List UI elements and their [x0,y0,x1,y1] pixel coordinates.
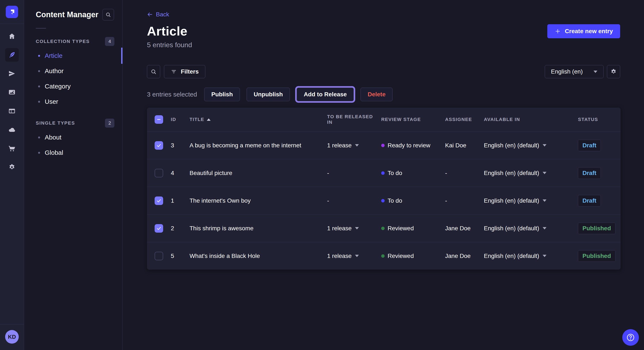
row-review-stage: Ready to review [381,142,445,149]
row-status-cell: Draft [578,140,620,151]
stage-label: To do [388,197,402,204]
locale-label: English (en) (default) [484,170,539,176]
chevron-down-icon [355,227,359,229]
row-checkbox[interactable] [154,169,163,177]
row-checkbox[interactable] [154,224,163,233]
sidebar-divider [36,28,46,28]
column-header-review-stage[interactable]: REVIEW STAGE [381,117,445,122]
filter-icon [170,68,177,75]
bullet-icon [38,70,40,72]
column-header-to-be-released-in[interactable]: TO BE RELEASED IN [322,114,381,125]
chevron-down-icon [355,255,359,257]
select-all-checkbox[interactable] [154,115,163,124]
row-release-cell: 1 release [322,142,381,149]
table-row[interactable]: 3A bug is becoming a meme on the interne… [147,131,620,159]
settings-gear-icon [8,164,16,171]
create-new-entry-button[interactable]: Create new entry [547,24,620,38]
row-assignee: Jane Doe [445,225,484,232]
entries-count: 5 entries found [147,41,620,49]
stage-dot-icon [381,199,384,202]
publish-button[interactable]: Publish [204,88,240,101]
row-status-cell: Published [578,223,620,234]
release-dropdown[interactable]: 1 release [327,253,359,259]
row-checkbox[interactable] [154,196,163,205]
toolbar: Filters English (en) [147,65,620,78]
locale-dropdown[interactable]: English (en) (default) [484,170,546,176]
release-label: - [327,170,329,176]
back-link[interactable]: Back [147,11,169,18]
chevron-down-icon [543,227,546,229]
content-manager-feather-icon [8,51,16,58]
table-row[interactable]: 4Beautiful picture-To do-English (en) (d… [147,159,620,187]
column-header-assignee[interactable]: ASSIGNEE [445,117,484,122]
list-search-button[interactable] [147,65,160,78]
filters-button[interactable]: Filters [164,65,205,78]
media-library-images-nav-button[interactable] [5,85,19,99]
cloud-nav-button[interactable] [5,123,19,137]
column-header-status[interactable]: STATUS [578,117,620,122]
locale-dropdown[interactable]: English (en) (default) [484,253,546,259]
home-nav-button[interactable] [5,29,19,43]
bullet-icon [38,85,40,87]
chevron-down-icon [543,199,546,202]
unpublish-button[interactable]: Unpublish [246,88,290,101]
row-review-stage: To do [381,170,445,176]
locale-dropdown[interactable]: English (en) (default) [484,142,546,149]
column-header-available-in[interactable]: AVAILABLE IN [484,117,578,122]
sidebar-search-button[interactable] [102,9,114,20]
sidebar-item-author[interactable]: Author [24,63,122,79]
row-checkbox[interactable] [154,141,163,150]
column-header-id[interactable]: ID [171,117,190,122]
sidebar-item-label: About [45,134,61,141]
sidebar-item-user[interactable]: User [24,94,122,109]
settings-gear-nav-button[interactable] [5,160,19,174]
locale-label: English (en) (default) [484,225,539,232]
sidebar-item-list: ArticleAuthorCategoryUser [24,48,122,109]
release-dropdown[interactable]: 1 release [327,142,359,149]
release-label: 1 release [327,253,352,259]
content-type-builder-layout-nav-button[interactable] [5,104,19,118]
row-title: Beautiful picture [190,170,322,176]
marketplace-cart-nav-button[interactable] [5,142,19,155]
row-release-cell: - [322,197,381,204]
column-header-title[interactable]: TITLE [190,117,322,122]
sidebar-item-global[interactable]: Global [24,145,122,160]
row-id: 1 [171,197,190,204]
row-title: This shrimp is awesome [190,225,322,232]
content-manager-feather-nav-button[interactable] [5,48,19,62]
locale-select[interactable]: English (en) [545,65,604,78]
add-to-release-button[interactable]: Add to Release [297,88,354,101]
row-locale-cell: English (en) (default) [484,253,578,259]
view-settings-button[interactable] [607,65,620,78]
status-badge: Draft [578,195,601,206]
locale-dropdown[interactable]: English (en) (default) [484,197,546,204]
strapi-logo-icon [8,8,16,16]
stage-label: Reviewed [388,253,414,259]
sidebar-item-label: Global [45,149,63,156]
table-row[interactable]: 1The internet's Own boy-To do-English (e… [147,187,620,214]
arrow-left-icon [147,11,153,17]
section-count-badge: 4 [105,37,114,46]
gear-icon [610,68,617,75]
sidebar-item-about[interactable]: About [24,130,122,145]
row-id: 2 [171,225,190,232]
row-checkbox[interactable] [154,252,163,260]
sidebar-item-category[interactable]: Category [24,79,122,94]
paper-plane-icon [8,70,16,77]
delete-button[interactable]: Delete [360,88,392,101]
locale-dropdown[interactable]: English (en) (default) [484,225,546,232]
marketplace-cart-icon [8,145,16,152]
chevron-down-icon [594,71,597,73]
table-row[interactable]: 2This shrimp is awesome1 releaseReviewed… [147,214,620,242]
help-button[interactable] [622,329,639,346]
cloud-icon [8,126,16,133]
release-dropdown[interactable]: 1 release [327,225,359,232]
table-row[interactable]: 5What's inside a Black Hole1 releaseRevi… [147,242,620,270]
chevron-down-icon [355,144,359,147]
user-avatar[interactable]: KD [5,330,19,344]
sidebar-item-article[interactable]: Article [24,48,122,63]
paper-plane-nav-button[interactable] [5,67,19,80]
bullet-icon [38,101,40,103]
strapi-logo[interactable] [6,6,18,18]
row-id: 5 [171,253,190,259]
